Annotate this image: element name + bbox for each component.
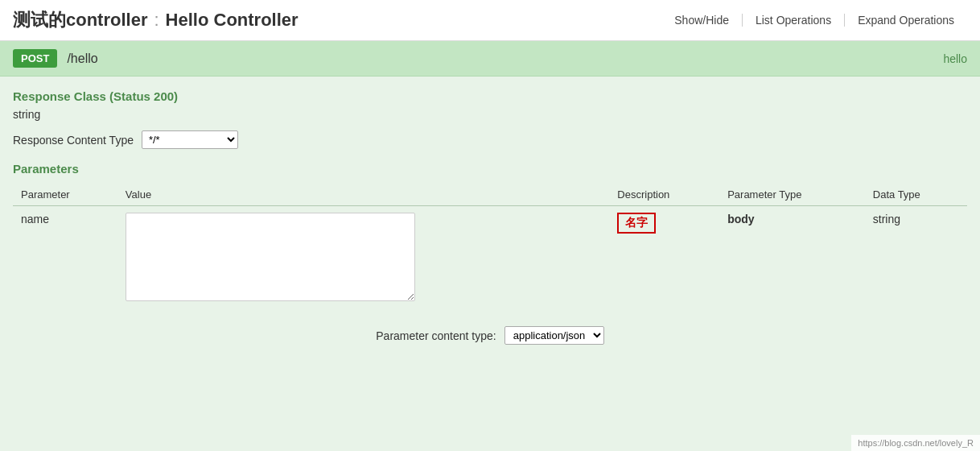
show-hide-button[interactable]: Show/Hide — [661, 14, 743, 27]
parameters-table: Parameter Value Description Parameter Ty… — [13, 184, 967, 310]
endpoint-path: /hello — [67, 52, 97, 66]
param-content-type-row: Parameter content type: application/json… — [0, 317, 980, 358]
param-data-type-cell: string — [865, 206, 967, 311]
param-content-type-select[interactable]: application/json application/xml text/pl… — [504, 326, 604, 345]
col-data-type: Data Type — [865, 184, 967, 206]
header-nav: Show/Hide List Operations Expand Operati… — [661, 14, 967, 27]
title-controller-name: Hello Controller — [166, 10, 299, 30]
param-type-cell: body — [719, 206, 865, 311]
table-header-row: Parameter Value Description Parameter Ty… — [13, 184, 967, 206]
col-parameter: Parameter — [13, 184, 117, 206]
table-row: name 名字 body string — [13, 206, 967, 311]
page-header: 测试的controller:Hello Controller Show/Hide… — [0, 0, 980, 41]
response-class-section: Response Class (Status 200) string Respo… — [0, 77, 980, 317]
col-description: Description — [609, 184, 719, 206]
param-data-type-value: string — [873, 213, 900, 226]
expand-operations-button[interactable]: Expand Operations — [845, 14, 967, 27]
response-content-type-select[interactable]: */* application/json application/xml tex… — [142, 130, 238, 149]
parameters-title: Parameters — [13, 162, 967, 176]
list-operations-button[interactable]: List Operations — [743, 14, 845, 27]
response-content-type-row: Response Content Type */* application/js… — [13, 130, 967, 149]
description-badge: 名字 — [617, 213, 656, 234]
response-class-title: Response Class (Status 200) — [13, 89, 967, 103]
param-type-value: body — [727, 213, 754, 226]
param-value-textarea[interactable] — [126, 213, 415, 301]
response-class-value: string — [13, 108, 967, 121]
title-separator: : — [154, 10, 159, 30]
footer-url: https://blog.csdn.net/lovely_R — [851, 435, 980, 451]
endpoint-row: POST /hello hello — [0, 41, 980, 77]
endpoint-tag: hello — [943, 52, 967, 65]
main-content: POST /hello hello Response Class (Status… — [0, 41, 980, 451]
param-name-cell: name — [13, 206, 117, 311]
param-content-type-label: Parameter content type: — [376, 329, 496, 342]
param-description-cell: 名字 — [609, 206, 719, 311]
endpoint-left: POST /hello — [13, 49, 98, 68]
page-title: 测试的controller:Hello Controller — [13, 8, 299, 32]
response-content-type-label: Response Content Type — [13, 134, 134, 147]
col-value: Value — [117, 184, 609, 206]
param-name: name — [21, 213, 49, 226]
title-chinese: 测试的 — [13, 10, 66, 30]
col-parameter-type: Parameter TypeData Type — [719, 184, 865, 206]
method-badge: POST — [13, 49, 57, 68]
param-value-cell — [117, 206, 609, 311]
title-controller: controller — [66, 10, 147, 30]
